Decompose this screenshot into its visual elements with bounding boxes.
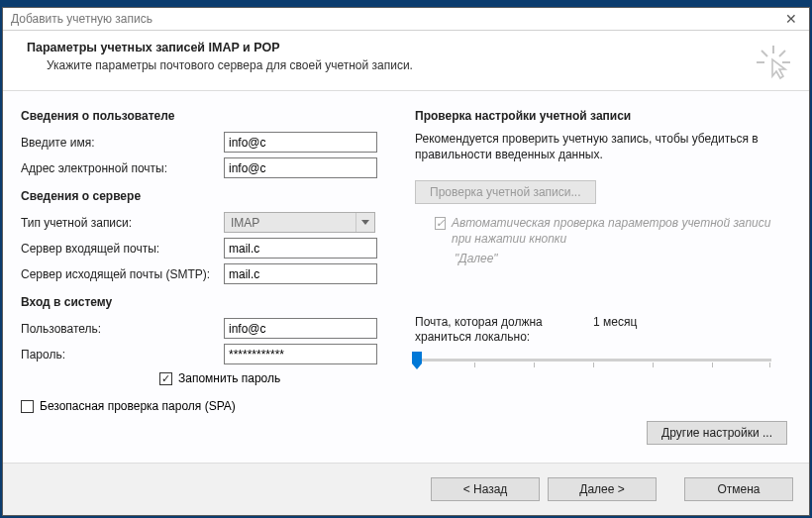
remember-password-label: Запомнить пароль <box>178 371 280 385</box>
svg-line-3 <box>761 51 767 56</box>
check-section-title: Проверка настройки учетной записи <box>415 109 791 123</box>
header-title: Параметры учетных записей IMAP и POP <box>27 41 795 54</box>
name-label: Введите имя: <box>21 136 224 150</box>
login-section-title: Вход в систему <box>21 295 405 309</box>
user-section-title: Сведения о пользователе <box>21 109 405 123</box>
auto-check-next-text: "Далее" <box>455 252 791 265</box>
remember-password-checkbox[interactable] <box>159 372 172 385</box>
close-icon[interactable]: ✕ <box>777 9 805 29</box>
slider-label: Почта, которая должна храниться локально… <box>415 315 593 346</box>
svg-line-4 <box>779 51 785 56</box>
header: Параметры учетных записей IMAP и POP Ука… <box>3 31 809 91</box>
slider-track[interactable] <box>415 352 771 371</box>
account-type-label: Тип учетной записи: <box>21 216 224 230</box>
next-button[interactable]: Далее > <box>548 477 657 501</box>
footer: < Назад Далее > Отмена <box>3 463 809 515</box>
outgoing-label: Сервер исходящей почты (SMTP): <box>21 267 224 281</box>
server-section-title: Сведения о сервере <box>21 189 405 203</box>
check-account-button[interactable]: Проверка учетной записи... <box>415 180 596 204</box>
window-title: Добавить учетную запись <box>11 12 152 26</box>
spa-label: Безопасная проверка пароля (SPA) <box>40 399 236 413</box>
svg-marker-5 <box>361 220 369 225</box>
password-label: Пароль: <box>21 348 224 362</box>
cancel-button[interactable]: Отмена <box>684 477 793 501</box>
other-settings-button[interactable]: Другие настройки ... <box>647 421 787 445</box>
right-column: Проверка настройки учетной записи Рекоме… <box>405 105 791 463</box>
recommendation-text: Рекомендуется проверить учетную запись, … <box>415 131 791 162</box>
auto-check-label: Автоматическая проверка параметров учетн… <box>452 216 791 247</box>
slider-thumb[interactable] <box>412 352 422 369</box>
account-type-select[interactable]: IMAP <box>224 212 375 233</box>
user-input[interactable] <box>224 318 377 339</box>
name-input[interactable] <box>224 132 377 153</box>
email-label: Адрес электронной почты: <box>21 161 224 175</box>
left-column: Сведения о пользователе Введите имя: Адр… <box>21 105 405 463</box>
chevron-down-icon <box>355 213 374 232</box>
offline-mail-slider-group: Почта, которая должна храниться локально… <box>415 315 791 371</box>
dialog-window: Добавить учетную запись ✕ Параметры учет… <box>2 7 810 516</box>
svg-marker-6 <box>412 352 422 369</box>
slider-value: 1 месяц <box>593 315 637 346</box>
cursor-click-icon <box>756 45 791 83</box>
incoming-input[interactable] <box>224 238 377 259</box>
outgoing-input[interactable] <box>224 263 377 284</box>
password-input[interactable] <box>224 344 377 364</box>
incoming-label: Сервер входящей почты: <box>21 242 224 256</box>
spa-checkbox[interactable] <box>21 400 34 413</box>
titlebar: Добавить учетную запись ✕ <box>3 8 809 31</box>
email-input[interactable] <box>224 157 377 178</box>
back-button[interactable]: < Назад <box>431 477 540 501</box>
body: Сведения о пользователе Введите имя: Адр… <box>3 91 809 463</box>
account-type-value: IMAP <box>225 216 355 230</box>
auto-check-checkbox <box>435 217 446 230</box>
user-label: Пользователь: <box>21 322 224 336</box>
header-subtitle: Укажите параметры почтового сервера для … <box>47 58 795 72</box>
